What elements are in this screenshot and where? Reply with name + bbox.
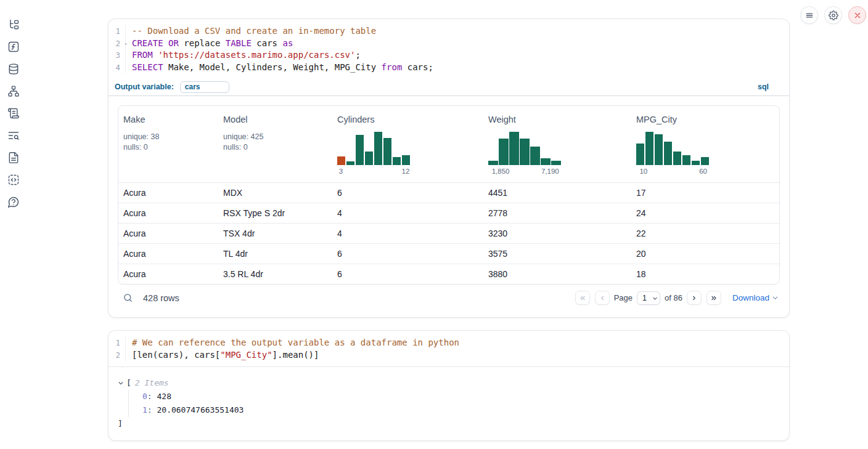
chevrons-right-icon: [710, 294, 718, 302]
menu-button[interactable]: [800, 6, 818, 24]
histogram-bar: [509, 132, 519, 165]
code-line[interactable]: 3FROM 'https://datasets.marimo.app/cars.…: [108, 49, 789, 62]
hamburger-icon: [805, 11, 814, 20]
fold-chevron-icon[interactable]: ⌄: [125, 39, 128, 46]
table-cell: 2778: [483, 203, 631, 223]
python-code-editor[interactable]: 1# We can reference the output variable …: [108, 331, 789, 366]
table-row[interactable]: AcuraTL 4dr6357520: [118, 243, 779, 264]
column-header-Weight[interactable]: Weight1,8507,190: [483, 106, 631, 182]
table-row[interactable]: Acura3.5 RL 4dr6388018: [118, 264, 779, 284]
histogram-bar: [520, 139, 530, 165]
output-variable-input[interactable]: [180, 81, 229, 93]
first-page-button[interactable]: [575, 291, 590, 305]
output-list-item: 1: 20.060747663551403: [142, 403, 789, 417]
histogram-bar: [383, 138, 391, 165]
help-icon[interactable]: [0, 191, 27, 213]
table-cell: 3230: [483, 224, 631, 243]
histogram-bar: [346, 161, 354, 165]
close-icon: [854, 12, 861, 19]
histogram-bar: [374, 132, 382, 165]
column-stat: unique: 425: [223, 132, 329, 142]
histogram-bar: [488, 161, 498, 166]
window-controls: [800, 6, 866, 24]
page-label: Page: [614, 293, 633, 302]
histogram-bar: [530, 147, 540, 166]
table-row[interactable]: AcuraMDX6445117: [118, 182, 779, 203]
axis-max-label: 7,190: [541, 168, 559, 175]
previous-page-button[interactable]: [595, 291, 610, 305]
table-cell: TL 4dr: [218, 244, 332, 264]
table-cell: 6: [332, 244, 483, 264]
table-cell: 20: [631, 244, 779, 264]
column-stat: nulls: 0: [123, 142, 215, 153]
output-list-item: 0: 428: [142, 390, 789, 403]
column-header-Make[interactable]: Makeunique: 38nulls: 0: [118, 106, 218, 182]
search-icon: [123, 293, 133, 303]
chevron-right-icon: [690, 294, 698, 302]
histogram-bar: [551, 161, 561, 166]
code-text: [len(cars), cars["MPG_City"].mean()]: [126, 349, 319, 362]
histogram-bar: [655, 134, 663, 165]
function-icon[interactable]: [0, 36, 27, 58]
code-text: # We can reference the output variable a…: [126, 337, 459, 349]
histogram-bar: [701, 157, 709, 166]
histogram-bar: [673, 152, 681, 166]
code-line[interactable]: 1-- Download a CSV and create an in-memo…: [108, 25, 789, 38]
download-label: Download: [732, 293, 769, 302]
histogram-bar: [682, 155, 690, 165]
search-button[interactable]: [123, 293, 133, 303]
close-bracket: ]: [118, 419, 123, 428]
column-header-Cylinders[interactable]: Cylinders312: [332, 106, 483, 182]
table-cell: 6: [332, 264, 483, 284]
last-page-button[interactable]: [706, 291, 721, 305]
next-page-button[interactable]: [687, 291, 702, 305]
settings-button[interactable]: [824, 6, 842, 24]
table-cell: 3.5 RL 4dr: [218, 264, 332, 284]
table-cell: 24: [631, 203, 779, 223]
histogram-bar: [393, 157, 401, 165]
page-select[interactable]: 1: [637, 291, 660, 305]
documentation-icon[interactable]: [0, 147, 27, 169]
code-line[interactable]: 4SELECT Make, Model, Cylinders, Weight, …: [108, 62, 789, 74]
axis-min-label: 1,850: [492, 168, 510, 175]
histogram-bar: [645, 132, 653, 165]
code-line[interactable]: 1# We can reference the output variable …: [108, 337, 789, 349]
scratchpad-icon[interactable]: [0, 102, 27, 124]
python-cell: 1# We can reference the output variable …: [108, 330, 790, 440]
collapse-chevron-icon[interactable]: [118, 380, 124, 386]
table-row[interactable]: AcuraRSX Type S 2dr4277824: [118, 203, 779, 223]
table-footer: 428 rows Page 1 of 86: [118, 286, 780, 309]
table-row[interactable]: AcuraTSX 4dr4323022: [118, 223, 779, 243]
download-button[interactable]: Download: [732, 293, 779, 302]
table-cell: 18: [631, 264, 779, 284]
histogram-bar: [692, 161, 700, 165]
histogram-Weight: 1,8507,190: [488, 132, 628, 176]
database-icon[interactable]: [0, 58, 27, 80]
table-cell: 4451: [483, 183, 631, 203]
histogram-bar: [636, 144, 644, 165]
histogram-bar: [337, 156, 345, 165]
table-cell: Acura: [118, 224, 218, 243]
code-line[interactable]: 2[len(cars), cars["MPG_City"].mean()]: [108, 349, 789, 362]
logs-search-icon[interactable]: [0, 124, 27, 147]
table-cell: 3575: [483, 244, 631, 264]
line-number: 2⌄: [108, 38, 126, 50]
dependency-graph-icon[interactable]: [0, 80, 27, 102]
language-badge[interactable]: sql: [758, 83, 769, 91]
code-text: CREATE OR replace TABLE cars as: [126, 38, 293, 50]
python-output: [ 2 Items 0: 4281: 20.060747663551403 ]: [108, 367, 789, 440]
column-header-Model[interactable]: Modelunique: 425nulls: 0: [218, 106, 332, 182]
histogram-Cylinders: 312: [337, 132, 480, 176]
column-header-MPG_City[interactable]: MPG_City1060: [631, 106, 779, 182]
sql-code-editor[interactable]: 1-- Download a CSV and create an in-memo…: [108, 19, 789, 78]
histogram-MPG_City: 1060: [636, 132, 776, 176]
shutdown-button[interactable]: [848, 6, 866, 24]
snippets-icon[interactable]: [0, 169, 27, 191]
column-title: Make: [123, 115, 215, 126]
file-tree-icon[interactable]: [0, 14, 27, 36]
code-text: SELECT Make, Model, Cylinders, Weight, M…: [126, 62, 433, 74]
table-cell: 3880: [483, 264, 631, 284]
code-line[interactable]: 2⌄CREATE OR replace TABLE cars as: [108, 38, 789, 50]
table-body: AcuraMDX6445117AcuraRSX Type S 2dr427782…: [118, 182, 779, 284]
table-output: Makeunique: 38nulls: 0Modelunique: 425nu…: [108, 96, 789, 317]
